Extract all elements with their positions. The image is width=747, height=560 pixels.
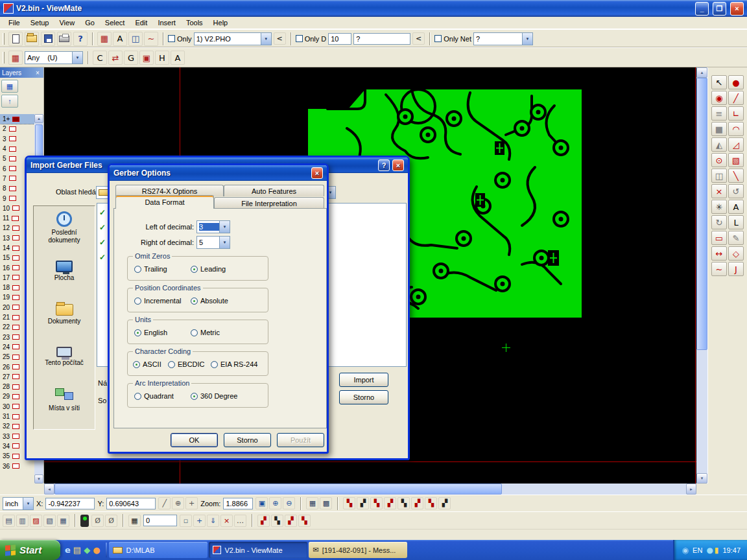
delete-icon[interactable]: ×	[711, 184, 727, 198]
probe-a-icon[interactable]: Ø	[91, 515, 104, 527]
open-file-button[interactable]	[25, 32, 39, 46]
waveform-icon[interactable]: ~	[144, 32, 158, 46]
layer-color-swatch[interactable]	[12, 205, 19, 211]
ie-icon[interactable]: e	[65, 545, 71, 555]
place-item[interactable]: Dokumenty	[34, 292, 95, 334]
place-item[interactable]: Poslední dokumenty	[34, 206, 95, 249]
context-help-button[interactable]: ?	[378, 159, 390, 171]
zoom-out-icon[interactable]: ⊖	[283, 497, 295, 509]
slope-icon[interactable]: ◿	[728, 137, 744, 152]
layer-order-icon[interactable]: ▧	[43, 515, 56, 527]
layer-color-swatch[interactable]	[12, 295, 19, 300]
tray-app-icon[interactable]: ◉	[682, 546, 689, 555]
mirror-icon[interactable]: ◭	[711, 137, 727, 152]
layer-color-swatch[interactable]	[12, 325, 19, 330]
layer-grid-button[interactable]: ▦	[1, 80, 18, 93]
line-tool-icon[interactable]: ╱	[728, 91, 744, 105]
minimize-button[interactable]: _	[695, 2, 709, 16]
task-button-viewmate[interactable]: V2.bin - ViewMate	[209, 542, 307, 558]
select-cursor-icon[interactable]: ↖	[711, 75, 727, 89]
restore-button[interactable]: ❐	[713, 2, 726, 16]
dcode-pattern-2-icon[interactable]: ▞	[357, 497, 369, 509]
grid-fine-icon[interactable]: ▩	[320, 497, 332, 509]
scroll-up-icon[interactable]: ▲	[34, 114, 43, 123]
drop-down-icon[interactable]: ⇓	[207, 515, 219, 527]
layer-color-swatch[interactable]	[12, 344, 19, 349]
menu-item[interactable]: Setup	[25, 18, 54, 28]
browser-icon[interactable]: ●	[93, 545, 100, 555]
query-dcode-icon[interactable]: ◉	[711, 91, 727, 105]
layer-all-icon[interactable]: ▦	[57, 515, 69, 527]
tab-file-interpretation[interactable]: File Interpretation	[214, 197, 324, 209]
folders-icon[interactable]: ▤	[73, 545, 81, 555]
layer-color-swatch[interactable]	[12, 404, 19, 409]
stackup-icon[interactable]: ≡	[711, 106, 727, 121]
task-button-mlab[interactable]: D:\MLAB	[109, 542, 208, 558]
layer-color-swatch[interactable]	[12, 443, 19, 449]
ok-button[interactable]: OK	[171, 433, 218, 447]
wave-icon[interactable]: ~	[711, 262, 727, 276]
hatch-rect-icon[interactable]: ▧	[728, 153, 744, 167]
toolbar-grip[interactable]	[3, 52, 5, 64]
save-file-button[interactable]	[41, 32, 55, 46]
diamond-icon[interactable]: ◇	[728, 246, 744, 261]
layer-color-swatch[interactable]	[12, 334, 19, 340]
menu-item[interactable]: Insert	[152, 18, 181, 28]
dcode-pattern-7-icon[interactable]: ▚	[425, 497, 437, 509]
h-code-icon[interactable]: H	[155, 51, 169, 65]
layer-color-swatch[interactable]	[12, 275, 19, 280]
x-coordinate-field[interactable]: -0.942237	[45, 498, 95, 509]
menu-item[interactable]: Go	[80, 18, 100, 28]
menu-item[interactable]: Help	[208, 18, 233, 28]
fill-pattern-3-icon[interactable]: ▞	[285, 515, 297, 527]
only-net-checkbox[interactable]	[434, 35, 442, 42]
measure-diagonal-icon[interactable]: ╱	[158, 497, 171, 509]
close-button[interactable]: ×	[730, 2, 744, 16]
omit-zeros-leading-radio[interactable]: Leading	[191, 265, 226, 273]
layer-row[interactable]: 2	[0, 124, 34, 134]
layer-color-swatch[interactable]	[12, 463, 19, 469]
place-item[interactable]: Místa v síti	[34, 377, 95, 420]
toolbar-grip[interactable]	[3, 33, 5, 45]
tab-auto-features[interactable]: Auto Features	[224, 185, 324, 196]
layer-row[interactable]: 4	[0, 144, 34, 154]
layer-color-swatch[interactable]	[12, 255, 19, 261]
zoom-window-icon[interactable]: ▣	[255, 497, 268, 509]
units-english-radio[interactable]: English	[134, 329, 167, 336]
zoom-value-field[interactable]: 1.8866	[223, 498, 253, 509]
menu-item[interactable]: File	[3, 18, 25, 28]
unit-combo[interactable]: inch ▼	[3, 497, 34, 510]
gerber-dialog-title-bar[interactable]: Gerber Options ×	[110, 165, 327, 181]
scroll-down-icon[interactable]: ▼	[34, 474, 43, 484]
layer-color-swatch[interactable]	[9, 146, 16, 152]
omit-zeros-trailing-radio[interactable]: Trailing	[134, 265, 167, 273]
chevron-down-icon[interactable]: ▼	[261, 33, 271, 45]
layer-combo[interactable]: 1) V2.PHO ▼	[194, 32, 272, 45]
letter-l-icon[interactable]: L	[728, 215, 744, 229]
rotate-ccw-icon[interactable]: ↺	[728, 184, 744, 198]
layer-color-swatch[interactable]	[12, 226, 19, 231]
burst-icon[interactable]: ✳	[711, 200, 727, 214]
dcode-pattern-1-icon[interactable]: ▚	[343, 497, 355, 509]
canvas-vertical-scrollbar[interactable]: ▲ ▼	[696, 67, 707, 484]
layer-color-swatch[interactable]	[12, 364, 19, 369]
coding-eia-radio[interactable]: EIA RS-244	[211, 360, 257, 368]
layer-color-swatch[interactable]	[9, 126, 16, 132]
layer-color-swatch[interactable]	[12, 305, 19, 310]
traffic-light-icon[interactable]	[80, 515, 89, 527]
layer-up-button[interactable]: ↑	[1, 95, 18, 108]
only-dcode-checkbox[interactable]	[296, 35, 303, 42]
pencil-icon[interactable]: ✎	[728, 231, 744, 245]
dimension-icon[interactable]: ↔	[711, 246, 727, 261]
layer-color-swatch[interactable]	[9, 176, 16, 181]
axis-cross-icon[interactable]: +	[185, 497, 198, 509]
left-of-decimal-combo[interactable]: 3 ▼	[196, 220, 230, 233]
media-icon[interactable]: ◆	[84, 545, 90, 555]
text-attr-icon[interactable]: A	[171, 51, 185, 65]
swap-axes-icon[interactable]: ⇄	[108, 51, 123, 65]
dcode-pattern-6-icon[interactable]: ▞	[411, 497, 423, 509]
layer-color-swatch[interactable]	[12, 434, 19, 439]
position-incremental-radio[interactable]: Incremental	[134, 297, 181, 305]
import-button[interactable]: Import	[339, 373, 388, 387]
only-layer-checkbox[interactable]	[168, 35, 175, 42]
